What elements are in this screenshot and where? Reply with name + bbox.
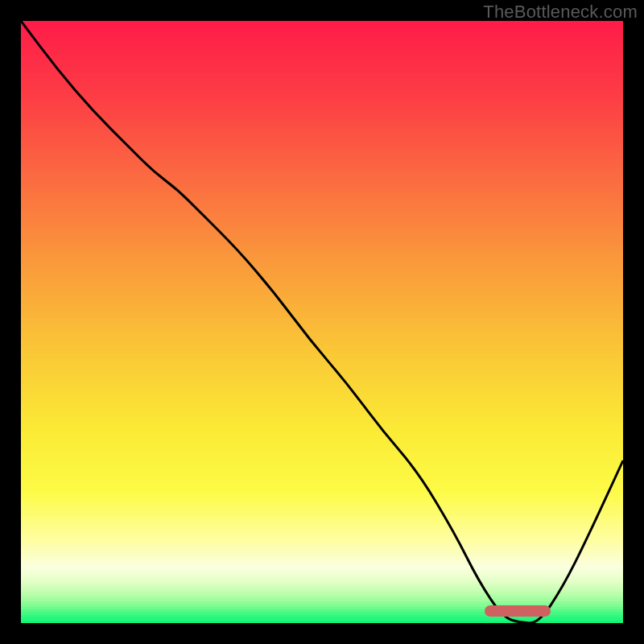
curve-layer: [21, 21, 623, 623]
watermark-text: TheBottleneck.com: [483, 2, 638, 23]
bottleneck-curve: [21, 21, 623, 623]
chart-stage: TheBottleneck.com: [0, 0, 644, 644]
plot-area: [21, 21, 623, 623]
optimal-range-marker: [485, 605, 551, 617]
